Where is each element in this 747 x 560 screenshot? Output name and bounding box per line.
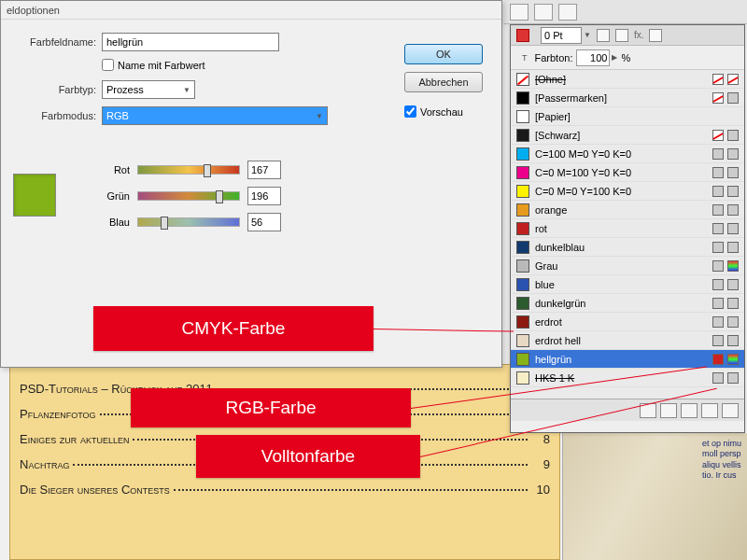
tool-icon-a[interactable] — [510, 4, 529, 21]
swatch-item[interactable]: C=0 M=100 Y=0 K=0 — [511, 163, 744, 182]
swatch-item[interactable]: Grau — [511, 257, 744, 275]
green-value-input[interactable] — [247, 187, 281, 205]
swatch-chip — [516, 278, 529, 291]
panel-tab-icon[interactable] — [516, 29, 529, 42]
flag-icon — [727, 372, 739, 384]
flag-icon — [712, 223, 724, 234]
chevron-down-icon[interactable]: ▼ — [584, 31, 591, 39]
panel-tab-bar: ▼ fx. — [511, 25, 744, 46]
fieldname-input[interactable] — [102, 33, 279, 51]
preview-checkbox[interactable] — [404, 105, 416, 118]
blue-slider[interactable] — [137, 217, 240, 227]
tool-icon-e[interactable] — [615, 29, 628, 42]
flag-icon — [727, 186, 739, 197]
colortype-select[interactable]: Prozess — [102, 80, 195, 99]
swatch-item[interactable]: [Papier] — [511, 107, 744, 126]
footer-new2-icon[interactable] — [701, 403, 718, 418]
colortype-label: Farbtyp: — [14, 84, 96, 95]
swatch-chip — [516, 371, 529, 385]
tool-icon-b[interactable] — [534, 4, 553, 21]
swatch-item[interactable]: rot — [511, 219, 744, 238]
swatch-item[interactable]: [Ohne] — [511, 70, 744, 89]
swatch-flags — [712, 242, 739, 253]
flag-icon — [727, 335, 739, 346]
name-with-value-label: Name mit Farbwert — [118, 60, 205, 71]
swatch-chip — [516, 110, 529, 123]
swatch-name: orange — [535, 204, 567, 216]
swatch-item[interactable]: dunkelblau — [511, 238, 744, 257]
swatch-flags — [712, 92, 739, 104]
footer-trash-icon[interactable] — [722, 403, 739, 418]
footer-icon-b[interactable] — [660, 403, 677, 418]
swatch-name: dunkelblau — [535, 242, 585, 253]
name-with-value-checkbox[interactable] — [102, 59, 114, 71]
flag-icon — [712, 186, 724, 197]
swatch-chip — [516, 73, 529, 86]
swatch-chip — [516, 259, 529, 273]
flag-icon — [712, 354, 724, 365]
swatch-item[interactable]: dunkelgrün — [511, 294, 744, 313]
swatch-flags — [712, 204, 739, 216]
flag-icon — [727, 279, 739, 290]
tool-icon-d[interactable] — [597, 29, 610, 42]
panel-footer — [511, 399, 744, 421]
swatch-name: C=0 M=100 Y=0 K=0 — [535, 167, 631, 178]
swatch-item[interactable]: blue — [511, 275, 744, 294]
callout-cmyk: CMYK-Farbe — [93, 306, 374, 351]
toc-page: 9 — [531, 457, 550, 471]
swatch-flags — [712, 223, 739, 234]
ok-button[interactable]: OK — [404, 44, 483, 64]
swatch-flags — [712, 335, 739, 346]
chevron-right-icon[interactable]: ▶ — [612, 53, 617, 62]
preview-label: Vorschau — [420, 106, 463, 118]
flag-icon — [727, 223, 739, 234]
swatch-flags — [712, 167, 739, 178]
swatch-flags — [712, 354, 739, 365]
flag-icon — [712, 74, 724, 85]
swatch-chip — [516, 166, 529, 179]
flag-icon — [727, 316, 739, 328]
swatch-name: C=0 M=0 Y=100 K=0 — [535, 186, 631, 197]
swatch-flags — [712, 260, 739, 272]
red-slider[interactable] — [137, 165, 240, 175]
red-value-input[interactable] — [247, 161, 281, 179]
toc-page: 10 — [531, 483, 550, 497]
blue-value-input[interactable] — [247, 213, 281, 231]
toc-title: Die Sieger unseres Contests — [20, 483, 170, 497]
side-text: et op nimu moll persp aliqu vellis tio. … — [702, 439, 743, 481]
swatch-item[interactable]: [Schwarz] — [511, 126, 744, 145]
green-slider[interactable] — [137, 191, 240, 201]
image-preview-strip: et op nimu moll persp aliqu vellis tio. … — [562, 433, 747, 560]
swatch-name: blue — [535, 279, 555, 290]
cancel-button[interactable]: Abbrechen — [404, 72, 483, 92]
swatch-item[interactable]: [Passermarken] — [511, 89, 744, 107]
swatch-item[interactable]: C=100 M=0 Y=0 K=0 — [511, 145, 744, 163]
swatches-panel: ▼ fx. T Farbton: ▶ % [Ohne][Passermarken… — [510, 24, 745, 433]
tone-input[interactable] — [576, 49, 610, 66]
blue-label: Blau — [94, 217, 130, 228]
swatch-item[interactable]: erdrot hell — [511, 331, 744, 350]
swatch-chip — [516, 203, 529, 217]
swatch-item[interactable]: C=0 M=0 Y=100 K=0 — [511, 182, 744, 201]
colormode-select[interactable]: RGB — [102, 106, 328, 125]
swatch-name: erdrot — [535, 316, 562, 328]
footer-new-icon[interactable] — [681, 403, 698, 418]
colormode-label: Farbmodus: — [14, 110, 96, 121]
pt-field-input[interactable] — [541, 27, 582, 44]
swatch-list[interactable]: [Ohne][Passermarken][Papier][Schwarz]C=1… — [511, 70, 744, 399]
swatch-name: erdrot hell — [535, 335, 581, 346]
swatch-name: [Schwarz] — [535, 130, 580, 141]
callout-rgb-text: RGB-Farbe — [225, 398, 316, 418]
swatch-item[interactable]: orange — [511, 201, 744, 219]
color-preview-swatch — [13, 174, 56, 217]
flag-icon — [727, 167, 739, 178]
flag-icon — [712, 316, 724, 328]
swatch-item[interactable]: erdrot — [511, 313, 744, 331]
tool-icon-c[interactable] — [558, 4, 577, 21]
flag-icon — [727, 204, 739, 216]
swatch-name: [Papier] — [535, 111, 571, 122]
flag-icon — [712, 204, 724, 216]
swatch-name: dunkelgrün — [535, 298, 585, 309]
swatch-item[interactable]: hellgrün — [511, 350, 744, 369]
tool-icon-f[interactable] — [649, 29, 662, 42]
